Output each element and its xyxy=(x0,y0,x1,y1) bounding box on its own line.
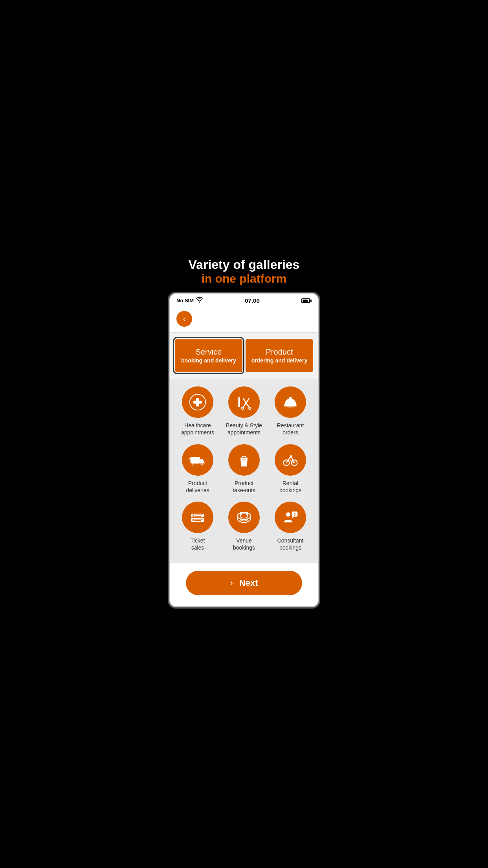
restaurant-icon-circle xyxy=(275,386,306,418)
takeout-label: Producttake-outs xyxy=(233,480,255,494)
cloche-icon xyxy=(282,394,299,411)
svg-rect-6 xyxy=(239,402,240,404)
svg-rect-15 xyxy=(289,397,292,399)
bottom-bar: › Next xyxy=(170,563,318,606)
medical-icon xyxy=(189,394,206,411)
next-arrow-icon: › xyxy=(230,578,233,588)
svg-rect-29 xyxy=(193,515,194,517)
svg-rect-32 xyxy=(195,516,201,517)
svg-text:?: ? xyxy=(294,513,296,517)
svg-rect-30 xyxy=(193,519,194,521)
next-label: Next xyxy=(239,578,258,588)
beauty-label: Beauty & Styleappointments xyxy=(226,422,262,436)
delivery-icon-circle xyxy=(182,444,213,476)
ticket-icon xyxy=(189,509,206,526)
phone-frame: No SIM 07.00 ‹ xyxy=(169,293,319,607)
rental-icon-circle xyxy=(275,444,306,476)
grid-item-beauty[interactable]: Beauty & Styleappointments xyxy=(223,386,265,436)
healthcare-icon-circle xyxy=(182,386,213,418)
svg-point-16 xyxy=(284,405,297,408)
carrier-text: No SIM xyxy=(176,298,194,303)
svg-rect-4 xyxy=(239,398,240,399)
grid: Healthcareappointments xyxy=(176,386,312,551)
svg-rect-17 xyxy=(191,457,200,463)
grid-item-ticket[interactable]: Ticketsales xyxy=(176,502,219,551)
grid-item-takeout[interactable]: Producttake-outs xyxy=(223,444,265,494)
svg-rect-7 xyxy=(239,405,240,406)
venue-label: Venuebookings xyxy=(233,537,255,551)
ticket-icon-circle xyxy=(182,502,213,533)
consultant-label: Consultantbookings xyxy=(277,537,304,551)
tab-service-main: Service xyxy=(180,348,238,357)
battery-icon xyxy=(301,298,312,303)
healthcare-label: Healthcareappointments xyxy=(181,422,214,436)
scissors-icon xyxy=(235,394,253,411)
tabs-section: Service booking and delivery Product ord… xyxy=(170,333,318,379)
svg-point-21 xyxy=(202,463,203,465)
tab-product-main: Product xyxy=(250,348,308,357)
svg-point-26 xyxy=(290,455,292,458)
takeout-icon-circle xyxy=(228,444,260,476)
outer-container: Variety of galleries in one platform No … xyxy=(163,249,325,619)
truck-icon xyxy=(189,451,206,469)
svg-rect-34 xyxy=(195,520,201,521)
svg-point-13 xyxy=(249,408,251,409)
svg-rect-33 xyxy=(195,519,203,520)
svg-point-40 xyxy=(240,514,248,518)
status-left: No SIM xyxy=(176,297,203,304)
back-button[interactable]: ‹ xyxy=(176,311,192,327)
grid-item-venue[interactable]: Venuebookings xyxy=(223,502,265,551)
grid-item-delivery[interactable]: Productdeliveries xyxy=(176,444,219,494)
beauty-icon-circle xyxy=(228,386,260,418)
tab-product[interactable]: Product ordering and delivery xyxy=(246,339,313,372)
svg-rect-5 xyxy=(239,400,240,402)
nav-bar: ‹ xyxy=(170,307,318,333)
grid-item-restaurant[interactable]: Restaurantorders xyxy=(269,386,312,436)
bag-icon xyxy=(235,451,253,469)
bicycle-icon xyxy=(282,451,299,469)
delivery-label: Productdeliveries xyxy=(186,480,209,494)
grid-item-healthcare[interactable]: Healthcareappointments xyxy=(176,386,219,436)
headline-line2: in one platform xyxy=(189,272,300,285)
grid-item-consultant[interactable]: ? Consultantbookings xyxy=(269,502,312,551)
ticket-label: Ticketsales xyxy=(191,537,205,551)
svg-point-19 xyxy=(192,463,194,465)
venue-icon xyxy=(235,509,253,526)
venue-icon-circle xyxy=(228,502,260,533)
consultant-icon-circle: ? xyxy=(275,502,306,533)
tab-service[interactable]: Service booking and delivery xyxy=(175,339,242,372)
tab-product-sub: ordering and delivery xyxy=(250,357,308,364)
status-time: 07.00 xyxy=(245,297,260,304)
svg-rect-2 xyxy=(193,401,202,403)
status-bar: No SIM 07.00 xyxy=(170,294,318,307)
headline-line1: Variety of galleries xyxy=(189,257,300,272)
svg-point-12 xyxy=(242,408,244,409)
svg-rect-31 xyxy=(195,515,203,515)
headline: Variety of galleries in one platform xyxy=(189,257,300,285)
grid-item-rental[interactable]: Rentalbookings xyxy=(269,444,312,494)
tab-service-sub: booking and delivery xyxy=(180,357,238,364)
rental-label: Rentalbookings xyxy=(279,480,301,494)
wifi-icon xyxy=(196,297,203,304)
next-button[interactable]: › Next xyxy=(186,571,302,595)
restaurant-label: Restaurantorders xyxy=(277,422,304,436)
grid-section: Healthcareappointments xyxy=(170,379,318,563)
consultant-icon: ? xyxy=(282,509,299,526)
svg-point-45 xyxy=(286,512,290,517)
